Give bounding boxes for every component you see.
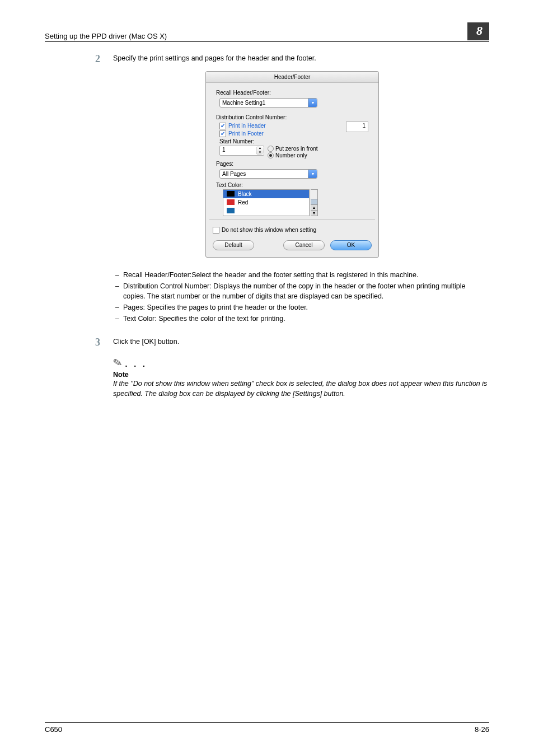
print-in-header-checkbox[interactable]: ✔ Print in Header [219, 123, 343, 129]
bullet-textcolor: Text Color: Specifies the color of the t… [123, 314, 489, 324]
page-footer: C650 8-26 [45, 722, 489, 734]
page-header: Setting up the PPD driver (Mac OS X) 8 [45, 22, 489, 42]
start-number-stepper[interactable]: 1 ▲ ▼ [219, 146, 264, 156]
do-not-show-checkbox[interactable]: Do not show this window when setting [206, 227, 378, 237]
color-option-red[interactable]: Red [223, 198, 309, 207]
checkbox-checked-icon: ✔ [219, 130, 226, 137]
start-number-value: 1 [220, 146, 256, 155]
checkbox-checked-icon: ✔ [219, 123, 226, 129]
do-not-show-label: Do not show this window when setting [222, 227, 316, 233]
color-option-black[interactable]: Black [223, 190, 309, 198]
color-option-more[interactable] [223, 207, 309, 214]
stepper-buttons[interactable]: ▲ ▼ [256, 146, 264, 155]
chevron-up-icon: ▲ [256, 146, 264, 151]
chevron-down-icon[interactable]: ▾ [311, 210, 317, 216]
chapter-badge: 8 [467, 22, 489, 40]
pages-select[interactable]: All Pages ▾ [219, 169, 317, 179]
chevron-up-icon[interactable]: ▴ [311, 204, 317, 210]
ok-button[interactable]: OK [330, 240, 372, 250]
chevron-updown-icon: ▾ [308, 169, 317, 179]
step-2-text: Specify the print settings and pages for… [113, 53, 489, 66]
text-color-list[interactable]: Black Red ▴ [223, 189, 368, 216]
checkbox-unchecked-icon [213, 227, 219, 234]
dcn-label: Distribution Control Number: [216, 114, 368, 120]
color-swatch-black [227, 191, 235, 197]
note-text: If the "Do not show this window when set… [113, 379, 489, 399]
header-title: Setting up the PPD driver (Mac OS X) [45, 32, 467, 40]
note-dots: . . . [125, 360, 147, 368]
pages-label: Pages: [216, 161, 368, 167]
digits-field[interactable]: 1 [346, 122, 368, 132]
cancel-button[interactable]: Cancel [283, 240, 325, 250]
header-footer-dialog: Header/Footer Recall Header/Footer: Mach… [205, 71, 379, 258]
chevron-down-icon: ▼ [256, 151, 264, 155]
put-zeros-radio[interactable]: Put zeros in front [268, 146, 318, 152]
color-black-label: Black [238, 191, 251, 197]
color-swatch-red [227, 199, 235, 205]
recall-value: Machine Setting1 [220, 100, 308, 106]
start-number-label: Start Number: [219, 138, 368, 144]
step-3-text: Click the [OK] button. [113, 337, 489, 349]
step-number-3: 3 [95, 337, 105, 349]
print-in-footer-checkbox[interactable]: ✔ Print in Footer [219, 130, 343, 137]
bullet-pages: Pages: Specifies the pages to print the … [123, 302, 489, 312]
number-only-label: Number only [275, 152, 307, 158]
put-zeros-label: Put zeros in front [275, 146, 318, 152]
footer-page-number: 8-26 [475, 725, 489, 734]
radio-checked-icon [268, 152, 274, 158]
footer-model: C650 [45, 725, 62, 734]
note-block: ✎ . . . Note If the "Do not show this wi… [113, 356, 489, 399]
pages-value: All Pages [220, 171, 308, 177]
recall-select[interactable]: Machine Setting1 ▾ [219, 98, 317, 108]
default-button[interactable]: Default [213, 240, 254, 250]
number-only-radio[interactable]: Number only [268, 152, 318, 158]
print-header-label: Print in Header [228, 123, 266, 129]
recall-label: Recall Header/Footer: [216, 90, 368, 96]
step-number-2: 2 [95, 53, 105, 66]
bullet-list: Recall Header/Footer:Select the header a… [113, 270, 489, 324]
color-red-label: Red [238, 199, 248, 206]
bullet-recall: Recall Header/Footer:Select the header a… [123, 270, 489, 280]
bullet-dcn: Distribution Control Number: Displays th… [123, 281, 489, 301]
scrollbar-thumb[interactable] [311, 199, 317, 204]
step-2: 2 Specify the print settings and pages f… [95, 53, 489, 66]
dialog-title: Header/Footer [206, 72, 378, 83]
pencil-icon: ✎ [112, 356, 124, 371]
color-list-scrollbar[interactable]: ▴ ▾ [311, 189, 318, 216]
note-label: Note [113, 371, 489, 379]
step-2-details: Recall Header/Footer:Select the header a… [95, 268, 489, 331]
print-footer-label: Print in Footer [228, 130, 264, 137]
radio-unchecked-icon [268, 146, 274, 152]
step-3: 3 Click the [OK] button. [95, 337, 489, 349]
chevron-updown-icon: ▾ [308, 98, 317, 108]
color-swatch-more [227, 208, 235, 213]
text-color-label: Text Color: [216, 182, 368, 188]
